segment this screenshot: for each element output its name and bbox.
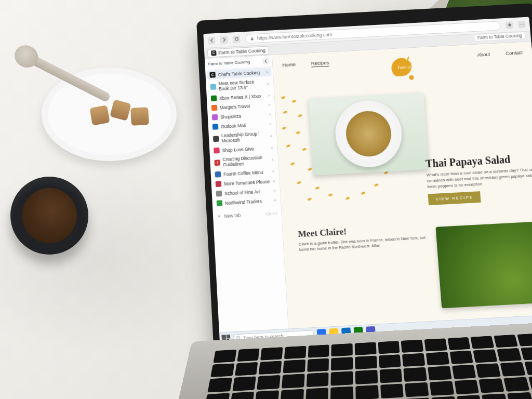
tab-title: Chef's Table Cooking xyxy=(218,70,260,77)
new-tab-button[interactable]: ＋ New tab Ctrl+T xyxy=(213,207,282,223)
svg-point-8 xyxy=(296,131,300,135)
chevron-left-icon xyxy=(264,59,268,63)
hero-food-image xyxy=(309,92,429,176)
svg-point-10 xyxy=(302,148,307,151)
svg-point-5 xyxy=(283,111,287,114)
svg-point-13 xyxy=(297,181,301,184)
tab-favicon xyxy=(216,181,222,187)
close-tab-button[interactable]: × xyxy=(271,157,274,162)
recipe-title: Thai Papaya Salad xyxy=(425,152,532,170)
svg-point-4 xyxy=(291,99,296,103)
tab-favicon xyxy=(216,191,222,197)
tab-title: Margie's Travel xyxy=(220,103,250,110)
tab-title: Fourth Coffee Menu xyxy=(223,169,263,177)
secondary-image xyxy=(435,220,532,308)
tab-title: Xbox Series X | Xbox xyxy=(219,93,261,100)
prop-plate xyxy=(42,68,177,161)
tab-title: Shop Love Give xyxy=(222,146,254,153)
meet-claire-block: Meet Claire! Claire is a globe trotter. … xyxy=(298,222,427,253)
featured-recipe-card: Thai Papaya Salad What's nicer than a co… xyxy=(425,152,532,206)
collapse-vertical-tabs-button[interactable] xyxy=(262,58,269,64)
close-tab-button[interactable]: × xyxy=(268,93,270,98)
nav-recipes[interactable]: Recipes xyxy=(311,60,329,66)
refresh-button[interactable] xyxy=(233,35,241,43)
tab-favicon xyxy=(211,105,218,111)
prop-sugar-cube xyxy=(130,107,149,126)
svg-point-18 xyxy=(361,191,366,195)
prop-sugar-cube xyxy=(89,105,110,125)
screen: https://www.farmtotablecooking.com ★ ⋯ F… xyxy=(203,17,532,346)
svg-point-17 xyxy=(345,196,350,200)
close-tab-button[interactable]: × xyxy=(270,133,272,138)
svg-point-16 xyxy=(328,193,333,197)
tab-favicon: C xyxy=(209,72,216,78)
svg-text:Farm to Table: Farm to Table xyxy=(397,64,418,70)
menu-button[interactable]: ⋯ xyxy=(518,20,526,28)
chicken-icon: Farm to Table xyxy=(388,51,418,83)
tab-favicon xyxy=(212,114,218,121)
close-tab-button[interactable]: × xyxy=(269,112,271,116)
svg-point-15 xyxy=(307,197,312,201)
close-tab-button[interactable]: × xyxy=(274,198,276,203)
svg-point-14 xyxy=(315,187,320,190)
tab-title: Leadership Group | Microsoft xyxy=(221,130,268,143)
back-button[interactable] xyxy=(208,37,216,45)
site-logo[interactable]: Farm to Table xyxy=(388,51,419,84)
tab-title: Meet new Surface Book 3vr 13.5" xyxy=(218,78,264,91)
svg-point-1 xyxy=(409,75,414,80)
tab-favicon: ! xyxy=(214,159,220,166)
recipe-description: What's nicer than a cool salad on a summ… xyxy=(426,166,532,190)
svg-point-12 xyxy=(308,167,312,171)
tabstrip-title: Farm to Table Cooking xyxy=(218,48,265,56)
tab-favicon xyxy=(211,95,217,101)
website-viewport: Home Recipes About Contact Farm to Table xyxy=(272,42,532,328)
svg-rect-0 xyxy=(251,38,254,40)
tab-favicon xyxy=(212,124,219,130)
tab-favicon xyxy=(215,171,221,178)
svg-point-19 xyxy=(374,183,379,187)
nav-about[interactable]: About xyxy=(477,51,490,57)
close-tab-button[interactable]: × xyxy=(273,179,275,183)
tab-title: More Tomatoes Please xyxy=(224,179,270,187)
laptop-bezel: https://www.farmtotablecooking.com ★ ⋯ F… xyxy=(196,3,532,351)
close-tab-button[interactable]: × xyxy=(266,70,269,74)
close-tab-button[interactable]: × xyxy=(269,122,272,126)
tab-title: Shopkinza xyxy=(220,113,242,119)
svg-point-7 xyxy=(282,126,286,130)
workspace: Farm to Table Cooking CChef's Table Cook… xyxy=(205,42,532,332)
close-tab-button[interactable]: × xyxy=(267,81,269,86)
tab-favicon xyxy=(217,200,223,206)
new-tab-shortcut: Ctrl+T xyxy=(266,211,278,216)
tab-title: School of Fine Art xyxy=(224,189,260,196)
new-tab-label: New tab xyxy=(224,212,241,219)
tab-favicon xyxy=(214,148,220,154)
forward-button[interactable] xyxy=(220,36,228,44)
tab-title: Outlook Mail xyxy=(221,123,246,129)
view-recipe-button[interactable]: VIEW RECIPE xyxy=(428,192,481,206)
svg-point-6 xyxy=(298,114,302,117)
tab-title: Northwind Traders xyxy=(225,198,262,206)
svg-point-3 xyxy=(281,96,286,99)
nav-home[interactable]: Home xyxy=(282,61,296,68)
favorites-button[interactable]: ★ xyxy=(506,21,513,29)
tab-title: Creating Discussion Guidelines xyxy=(222,154,269,167)
favicon: C xyxy=(211,50,217,56)
laptop: https://www.farmtotablecooking.com ★ ⋯ F… xyxy=(196,3,532,399)
close-tab-button[interactable]: × xyxy=(272,169,274,174)
tab-favicon xyxy=(210,84,217,90)
plus-icon: ＋ xyxy=(217,213,222,220)
svg-point-9 xyxy=(286,144,290,148)
lock-icon xyxy=(250,36,254,41)
prop-coffee-mug xyxy=(10,177,88,255)
close-tab-button[interactable]: × xyxy=(271,145,273,150)
close-tab-button[interactable]: × xyxy=(268,102,271,107)
address-url: https://www.farmtotablecooking.com xyxy=(257,32,332,41)
nav-contact[interactable]: Contact xyxy=(506,49,523,56)
svg-point-11 xyxy=(290,162,295,166)
vtabs-header-label: Farm to Table Cooking xyxy=(208,60,250,66)
tab-favicon xyxy=(213,136,219,142)
close-tab-button[interactable]: × xyxy=(273,188,276,193)
